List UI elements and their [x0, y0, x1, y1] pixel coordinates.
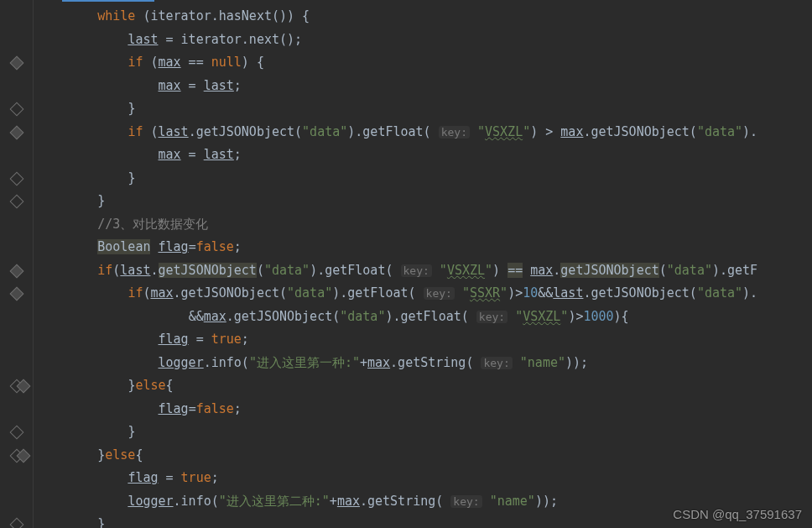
token: getJSONObject	[560, 263, 658, 278]
token: while	[97, 8, 135, 24]
token: max	[560, 124, 583, 139]
token: ;	[234, 401, 242, 416]
token: (iterator.hasNext()) {	[135, 8, 310, 24]
token: last	[553, 285, 583, 301]
token: }	[97, 516, 105, 528]
code-line[interactable]: flag = true;	[37, 467, 812, 490]
code-line[interactable]: flag=false;	[37, 398, 812, 421]
token: flag	[159, 239, 189, 254]
fold-open-icon[interactable]	[10, 264, 24, 278]
token: )>	[568, 309, 583, 324]
code-line[interactable]: }else{	[37, 444, 812, 468]
code-editor[interactable]: while (iterator.hasNext()) { last = iter…	[0, 0, 812, 528]
token: "name"	[520, 355, 565, 370]
code-line[interactable]: if(max.getJSONObject("data").getFloat( k…	[37, 282, 812, 306]
code-line[interactable]: flag = true;	[37, 328, 812, 352]
indent	[37, 147, 159, 162]
fold-close-icon[interactable]	[10, 195, 24, 209]
code-line[interactable]: //3、对比数据变化	[37, 213, 812, 237]
token: ).getFloat(	[347, 124, 438, 139]
indent	[37, 55, 128, 70]
token: true	[181, 470, 211, 485]
token: = iterator.next();	[159, 32, 303, 47]
token: ).getFloat(	[310, 263, 400, 278]
token: max	[204, 309, 226, 324]
token: SSXR	[470, 285, 500, 301]
token: "data"	[302, 124, 347, 139]
token	[455, 285, 462, 301]
indent	[37, 332, 159, 347]
token: false	[196, 239, 234, 254]
code-line[interactable]: max = last;	[37, 75, 812, 98]
code-line[interactable]: if (last.getJSONObject("data").getFloat(…	[37, 121, 812, 144]
token: if	[97, 263, 112, 278]
indent	[37, 217, 97, 232]
token: "进入这里第一种:"	[249, 355, 360, 370]
code-line[interactable]: &&max.getJSONObject("data").getFloat( ke…	[37, 306, 812, 329]
code-line[interactable]: while (iterator.hasNext()) {	[37, 5, 812, 29]
token: "data"	[697, 124, 742, 139]
code-line[interactable]: max = last;	[37, 144, 812, 167]
token: }	[128, 101, 135, 116]
indent	[37, 401, 159, 416]
token: else	[105, 447, 135, 463]
fold-close-icon[interactable]	[10, 102, 24, 117]
token: ));	[535, 494, 558, 509]
token: .getString(	[360, 494, 450, 509]
token: =	[181, 78, 204, 93]
token: max	[337, 494, 360, 509]
token	[513, 355, 520, 370]
fold-open-icon[interactable]	[10, 56, 24, 71]
code-line[interactable]: }	[37, 421, 812, 444]
token: max	[530, 263, 553, 278]
token: .getJSONObject(	[583, 124, 696, 139]
code-line[interactable]: Boolean flag=false;	[37, 236, 812, 259]
code-line[interactable]: last = iterator.next();	[37, 29, 812, 52]
fold-close-icon[interactable]	[10, 518, 24, 528]
token: last	[128, 32, 158, 47]
token: if	[128, 55, 143, 70]
indent	[37, 263, 97, 278]
inline-hint: key:	[450, 495, 481, 508]
token: "data"	[287, 285, 332, 301]
token: "	[523, 124, 530, 139]
code-line[interactable]: }	[37, 190, 812, 213]
indent	[37, 285, 128, 301]
code-line[interactable]: }	[37, 167, 812, 191]
fold-open-icon[interactable]	[10, 125, 24, 139]
code-line[interactable]: if (max == null) {	[37, 51, 812, 75]
inline-hint: key:	[424, 287, 455, 300]
inline-hint: key:	[476, 311, 508, 323]
token: &&	[538, 285, 553, 301]
code-area[interactable]: while (iterator.hasNext()) { last = iter…	[34, 0, 812, 528]
fold-close-icon[interactable]	[10, 426, 24, 440]
token: //3、对比数据变化	[97, 217, 208, 232]
fold-close-icon[interactable]	[10, 171, 24, 186]
token: ;	[211, 470, 219, 485]
code-line[interactable]: if(last.getJSONObject("data").getFloat( …	[37, 259, 812, 283]
token: "data"	[667, 263, 712, 278]
code-line[interactable]: logger.info("进入这里第一种:"+max.getString( ke…	[37, 352, 812, 375]
token: "	[485, 263, 492, 278]
token: }	[97, 193, 105, 208]
token: "name"	[490, 494, 535, 509]
token	[432, 263, 440, 278]
fold-open-icon[interactable]	[10, 287, 24, 301]
token: VSXZL	[447, 263, 485, 278]
token: =	[159, 470, 181, 485]
token: )>	[508, 285, 523, 301]
indent	[37, 101, 128, 116]
indent	[37, 170, 128, 186]
token: ;	[234, 147, 242, 162]
inline-hint: key:	[439, 126, 470, 139]
token: .getJSONObject(	[174, 285, 287, 301]
watermark: CSDN @qq_37591637	[673, 507, 802, 521]
code-line[interactable]: }	[37, 97, 812, 121]
token: {	[166, 378, 174, 393]
token: false	[196, 401, 234, 416]
token: true	[211, 332, 242, 347]
indent	[37, 124, 128, 139]
token	[523, 263, 530, 278]
gutter[interactable]	[0, 0, 34, 528]
code-line[interactable]: }else{	[37, 374, 812, 398]
